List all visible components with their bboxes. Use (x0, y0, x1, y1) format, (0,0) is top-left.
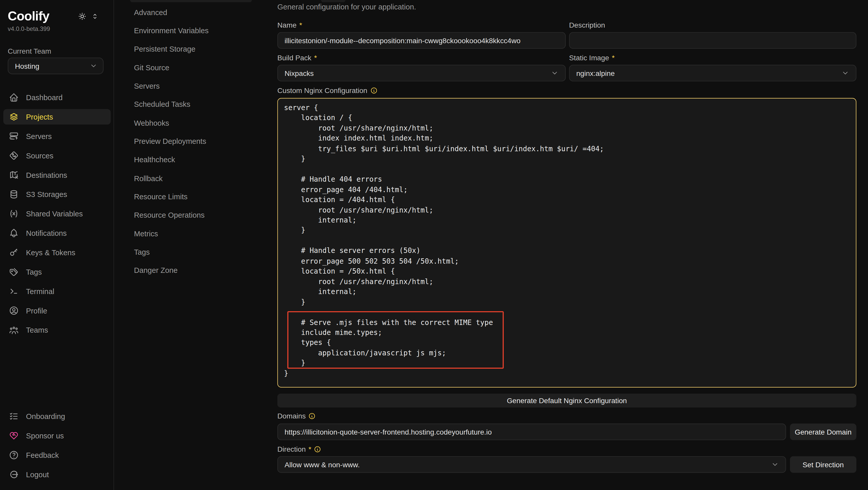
sidebar-item-servers[interactable]: Servers (3, 128, 111, 144)
submenu-item-servers[interactable]: Servers (114, 78, 277, 94)
sidebar-item-projects[interactable]: Projects (3, 109, 111, 125)
sidebar-item-shared-variables[interactable]: Shared Variables (3, 206, 111, 221)
code-line (284, 307, 856, 317)
submenu-item-danger-zone[interactable]: Danger Zone (114, 263, 277, 278)
code-line-error-page-404-404-html: error_page 404 /404.html; (284, 185, 856, 195)
submenu-item-scheduled-tasks[interactable]: Scheduled Tasks (114, 97, 277, 113)
sidebar-item-dashboard[interactable]: Dashboard (3, 90, 111, 105)
bell-icon (9, 228, 19, 238)
info-icon[interactable] (309, 412, 316, 420)
code-line-internal: internal; (284, 287, 856, 297)
team-select[interactable]: Hosting (8, 58, 103, 74)
code-line-error-page-500-502-503-504-50x-html: error_page 500 502 503 504 /50x.html; (284, 256, 856, 267)
code-line-handle-404-errors: # Handle 404 errors (284, 175, 856, 185)
users-icon (9, 325, 19, 335)
nginx-code-lines: server { location / { root /usr/share/ng… (284, 103, 856, 379)
code-line-try-files-uri-uri-html-uri-index-html-uri-index-htm-uri-404: try_files $uri $uri.html $uri/index.html… (284, 144, 856, 154)
sidebar-item-keys-tokens[interactable]: Keys & Tokens (3, 245, 111, 260)
app-logo: Coolify (8, 9, 49, 24)
code-line-: } (284, 359, 856, 369)
code-line-root-usr-share-nginx-html: root /usr/share/nginx/html; (284, 205, 856, 215)
app-version: v4.0.0-beta.399 (8, 26, 50, 32)
domains-input[interactable]: https://illicitonion-quote-server-fronte… (277, 424, 786, 440)
code-line-internal: internal; (284, 215, 856, 225)
submenu-item-advanced[interactable]: Advanced (114, 4, 277, 20)
sidebar-item-profile[interactable]: Profile (3, 303, 111, 318)
static-image-select[interactable]: nginx:alpine (569, 65, 857, 82)
logout-icon (9, 469, 19, 480)
team-select-value: Hosting (15, 62, 40, 70)
code-line-: } (284, 154, 856, 164)
sidebar-item-notifications[interactable]: Notifications (3, 225, 111, 241)
code-line-server: server { (284, 103, 856, 113)
page-description: General configuration for your applicati… (277, 3, 416, 11)
chevron-down-icon (771, 461, 779, 468)
current-team-label: Current Team (8, 47, 51, 56)
build-pack-select[interactable]: Nixpacks (277, 65, 566, 82)
sidebar-item-logout[interactable]: Logout (3, 467, 111, 482)
submenu-item-git-source[interactable]: Git Source (114, 60, 277, 75)
clipped-header-element (321, 0, 345, 2)
description-label: Description (569, 21, 605, 29)
checklist-icon (9, 411, 19, 421)
submenu-item-healthcheck[interactable]: Healthcheck (114, 152, 277, 167)
help-icon (9, 450, 19, 460)
domains-label: Domains (277, 412, 316, 420)
database-icon (9, 189, 19, 199)
sidebar-item-feedback[interactable]: Feedback (3, 447, 111, 463)
info-icon[interactable] (370, 87, 377, 94)
generate-domain-button[interactable]: Generate Domain (790, 424, 856, 440)
home-icon (9, 92, 19, 102)
code-line-application-javascript-js-mjs: application/javascript js mjs; (284, 348, 856, 359)
required-star: * (299, 21, 302, 29)
sidebar-item-s3-storages[interactable]: S3 Storages (3, 186, 111, 202)
code-line-types: types { (284, 338, 856, 348)
code-line-include-mime-types: include mime.types; (284, 328, 856, 338)
sidebar-footer: Onboarding Sponsor us Feedback Logout (3, 408, 111, 486)
submenu-item-rollback[interactable]: Rollback (114, 171, 277, 186)
code-line-serve-mjs-files-with-the-correct-mime-type: # Serve .mjs files with the correct MIME… (284, 317, 856, 328)
required-star: * (314, 54, 317, 62)
sidebar-item-destinations[interactable]: Destinations (3, 167, 111, 183)
server-icon (9, 131, 19, 141)
user-icon (9, 306, 19, 315)
tags-icon (9, 267, 19, 277)
sidebar-item-sources[interactable]: Sources (3, 148, 111, 163)
sidebar-item-tags[interactable]: Tags (3, 264, 111, 280)
sidebar-item-teams[interactable]: Teams (3, 322, 111, 338)
code-line-location: location / { (284, 113, 856, 123)
description-input[interactable] (569, 32, 857, 49)
direction-select[interactable]: Allow www & non-www. (277, 456, 786, 473)
code-line (284, 164, 856, 175)
set-direction-button[interactable]: Set Direction (790, 456, 856, 473)
layers-icon (9, 112, 19, 122)
terminal-icon (9, 286, 19, 296)
code-line-location-50x-html: location = /50x.html { (284, 267, 856, 277)
info-icon[interactable] (314, 446, 321, 453)
submenu-item-persistent-storage[interactable]: Persistent Storage (114, 41, 277, 57)
submenu-item-tags[interactable]: Tags (114, 244, 277, 260)
submenu-item-metrics[interactable]: Metrics (114, 226, 277, 241)
required-star: * (612, 54, 615, 62)
chevron-down-icon (551, 69, 558, 77)
sidebar-item-terminal[interactable]: Terminal (3, 283, 111, 299)
submenu-item-resource-operations[interactable]: Resource Operations (114, 208, 277, 223)
sidebar-item-onboarding[interactable]: Onboarding (3, 408, 111, 424)
submenu-item-webhooks[interactable]: Webhooks (114, 115, 277, 131)
submenu-item-resource-limits[interactable]: Resource Limits (114, 189, 277, 205)
sidebar-nav: Dashboard Projects Servers Sources Desti… (3, 90, 111, 342)
submenu-item-environment-variables[interactable]: Environment Variables (114, 23, 277, 38)
required-star: * (309, 445, 311, 454)
git-icon (9, 151, 19, 160)
nginx-config-editor[interactable]: server { location / { root /usr/share/ng… (277, 98, 857, 388)
version-selector-icon[interactable] (91, 13, 99, 20)
chevron-down-icon (841, 69, 849, 77)
code-line-handle-server-errors-50x: # Handle server errors (50x) (284, 246, 856, 256)
sidebar-item-sponsor-us[interactable]: Sponsor us (3, 428, 111, 443)
variable-icon (9, 209, 19, 219)
generate-default-nginx-button[interactable]: Generate Default Nginx Configuration (277, 394, 857, 407)
submenu-item-preview-deployments[interactable]: Preview Deployments (114, 133, 277, 149)
direction-label: Direction* (277, 445, 321, 454)
theme-toggle-sun-icon[interactable] (78, 12, 87, 21)
name-input[interactable]: illicitestonion/-module--decomposition:m… (277, 32, 566, 49)
